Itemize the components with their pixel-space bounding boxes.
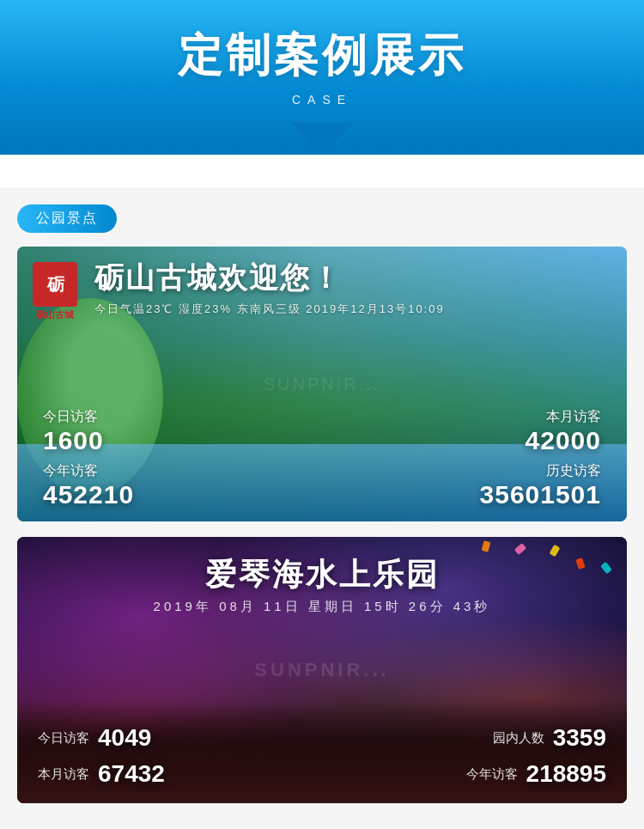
water-park-title: 爱琴海水上乐园 <box>17 554 627 596</box>
park-stat-today-label: 今日访客 <box>43 408 322 426</box>
park-stat-month-value: 42000 <box>322 426 601 455</box>
water-stat-month: 本月访客 67432 <box>38 760 322 788</box>
header-arrow <box>0 122 644 155</box>
park-stat-year-label: 今年访客 <box>43 462 322 480</box>
park-stat-today-value: 1600 <box>43 426 322 455</box>
park-stat-month-visitors: 本月访客 42000 <box>322 408 601 455</box>
water-stat-today: 今日访客 4049 <box>38 724 322 752</box>
park-logo-text: 砺山古城 <box>36 308 74 320</box>
water-stat-today-label: 今日访客 <box>38 730 89 747</box>
park-logo: 砺 砺山古城 <box>33 262 77 320</box>
water-stat-year-label: 今年访客 <box>466 766 518 783</box>
water-stat-year-value: 218895 <box>526 760 606 788</box>
park-stat-year-visitors: 今年访客 452210 <box>43 462 322 509</box>
water-stat-today-value: 4049 <box>98 724 151 752</box>
park-stat-today-visitors: 今日访客 1600 <box>43 408 322 455</box>
park-welcome: 砺山古城欢迎您！ 今日气温23℃ 湿度23% 东南风三级 2019年12月13号… <box>94 259 618 317</box>
category-tag[interactable]: 公园景点 <box>17 204 117 233</box>
park-welcome-title: 砺山古城欢迎您！ <box>94 259 618 298</box>
water-stat-inside: 园内人数 3359 <box>322 724 606 752</box>
water-stat-month-label: 本月访客 <box>38 766 89 783</box>
park-stat-month-label: 本月访客 <box>322 408 601 426</box>
water-stat-month-value: 67432 <box>98 760 165 788</box>
header-section: 定制案例展示 CASE <box>0 0 644 155</box>
water-stats: 今日访客 4049 园内人数 3359 本月访客 67432 今年访客 2188… <box>17 724 627 788</box>
park-stats: 今日访客 1600 本月访客 42000 今年访客 452210 历史访客 35… <box>17 408 627 509</box>
water-park-datetime: 2019年 08月 11日 星期日 15时 26分 43秒 <box>17 599 627 615</box>
white-gap <box>0 155 644 187</box>
main-content: 公园景点 砺 砺山古城 砺山古城欢迎您！ 今日气温23℃ 湿度23% 东南风三级… <box>0 187 644 829</box>
park-card: 砺 砺山古城 砺山古城欢迎您！ 今日气温23℃ 湿度23% 东南风三级 2019… <box>17 247 627 521</box>
water-stat-year: 今年访客 218895 <box>322 760 606 788</box>
park-stat-year-value: 452210 <box>43 480 322 509</box>
header-subtitle: CASE <box>0 93 644 122</box>
water-stat-inside-label: 园内人数 <box>493 730 544 747</box>
water-stat-inside-value: 3359 <box>553 724 606 752</box>
page-title: 定制案例展示 <box>0 26 644 93</box>
park-stat-history-value: 35601501 <box>322 480 601 509</box>
park-stat-history-label: 历史访客 <box>322 462 601 480</box>
water-card: 爱琴海水上乐园 2019年 08月 11日 星期日 15时 26分 43秒 SU… <box>17 537 627 803</box>
park-weather: 今日气温23℃ 湿度23% 东南风三级 2019年12月13号10:09 <box>94 302 618 317</box>
park-logo-icon: 砺 <box>33 262 77 307</box>
park-stat-history-visitors: 历史访客 35601501 <box>322 462 601 509</box>
